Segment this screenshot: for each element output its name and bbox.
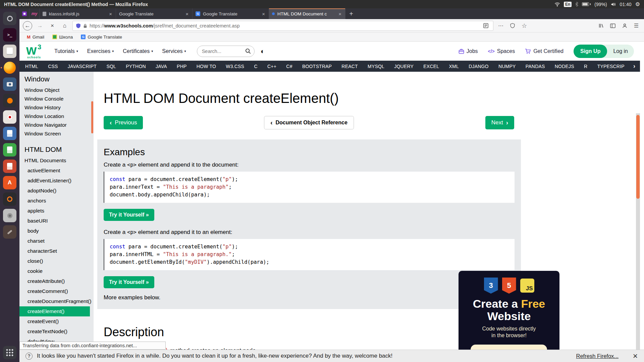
nav-link[interactable]: HTML (25, 64, 38, 69)
sidebar-item[interactable]: Window Location (19, 112, 94, 121)
sidebar-item[interactable]: close() (19, 256, 94, 266)
sidebar-item[interactable]: createTextNode() (19, 326, 94, 337)
wifi-icon[interactable] (554, 2, 560, 7)
bookmark-star-icon[interactable]: ☆ (520, 21, 529, 30)
try-it-yourself-button[interactable]: Try it Yourself » (104, 276, 154, 288)
disks-icon[interactable] (3, 209, 16, 222)
ubuntu-software-icon[interactable]: A (3, 176, 16, 189)
sidebar-toggle-icon[interactable] (608, 21, 617, 30)
menu-icon[interactable]: ☰ (632, 21, 641, 30)
page-scrollbar[interactable] (636, 113, 640, 362)
sidebar-item[interactable]: createAttribute() (19, 276, 94, 286)
battery-icon[interactable] (582, 2, 591, 6)
tab-close-icon[interactable]: × (261, 11, 266, 17)
nav-link[interactable]: TYPESCRIP (597, 64, 625, 69)
sign-up-button[interactable]: Sign Up (574, 45, 607, 58)
nav-link[interactable]: NUMPY (498, 64, 516, 69)
tab-google-translate-2[interactable]: G Google Translate × (193, 8, 269, 19)
text-editor-icon[interactable] (3, 45, 16, 58)
sidebar-item[interactable]: cookie (19, 266, 94, 276)
tab-close-icon[interactable]: × (185, 11, 189, 17)
forward-button[interactable]: → (35, 21, 45, 31)
spaces-link[interactable]: </> Spaces (488, 48, 515, 54)
nav-link[interactable]: R (584, 64, 587, 69)
sidebar-item[interactable]: baseURI (19, 216, 94, 226)
url-text[interactable]: https://www.w3schools.com/jsref/met_docu… (90, 23, 479, 28)
sidebar-scrollbar-thumb[interactable] (91, 101, 93, 133)
bluetooth-icon[interactable] (575, 2, 578, 7)
tab-w3schools-active[interactable]: HTML DOM Document c × (269, 8, 345, 19)
menu-certificates[interactable]: Certificates▾ (123, 48, 153, 54)
nav-link[interactable]: PHP (177, 64, 186, 69)
stop-button[interactable]: × (48, 21, 57, 31)
pinned-tab-purple[interactable] (19, 8, 30, 19)
search-icon[interactable] (245, 48, 251, 54)
sidebar-item[interactable]: addEventListener() (19, 176, 94, 186)
sidebar-item[interactable]: anchors (19, 196, 94, 206)
graphics-app-icon[interactable] (3, 192, 16, 206)
nav-link[interactable]: C# (286, 64, 292, 69)
photos-icon[interactable] (3, 94, 16, 107)
sidebar-item[interactable]: charset (19, 236, 94, 246)
sidebar-item[interactable]: createDocumentFragment() (19, 296, 94, 306)
sidebar-item[interactable]: adoptNode() (19, 186, 94, 196)
home-button[interactable]: ⌂ (60, 21, 69, 31)
nav-link[interactable]: DJANGO (469, 64, 489, 69)
volume-icon[interactable] (611, 2, 616, 7)
sidebar-item-active-createelement[interactable]: createElement() (19, 306, 90, 316)
nav-link[interactable]: SQL (106, 64, 116, 69)
site-search[interactable] (197, 46, 255, 57)
nav-link[interactable]: C++ (267, 64, 276, 69)
dark-mode-toggle-icon[interactable]: ◐ (261, 47, 265, 55)
keyboard-layout-badge[interactable]: En (564, 2, 572, 7)
spaces-ad-panel[interactable]: 3 5 JS Create a FreeWebsite Code website… (459, 271, 559, 350)
tab-close-icon[interactable]: × (108, 11, 113, 17)
search-input[interactable] (202, 49, 241, 54)
bookmark-gmail[interactable]: MGmail (27, 35, 44, 40)
sidebar-item[interactable]: createEvent() (19, 316, 94, 326)
nav-link[interactable]: HOW TO (197, 64, 216, 69)
libreoffice-impress-icon[interactable] (3, 160, 16, 173)
w3schools-logo[interactable]: w3 schools (26, 44, 45, 59)
nav-link[interactable]: MYSQL (368, 64, 384, 69)
account-icon[interactable] (620, 21, 629, 30)
sidebar-item[interactable]: Window Screen (19, 129, 94, 138)
reader-view-icon[interactable] (481, 21, 490, 30)
nav-scroll-right-icon[interactable]: › (631, 63, 637, 70)
tab-close-icon[interactable]: × (338, 11, 342, 17)
try-it-yourself-button[interactable]: Try it Yourself » (104, 209, 154, 221)
clock[interactable]: 01:40 (620, 2, 632, 7)
sidebar-item[interactable]: Window History (19, 103, 94, 112)
sidebar-item[interactable]: Window Console (19, 95, 94, 103)
pinned-tab-my[interactable]: my (30, 8, 40, 19)
nav-link[interactable]: JAVASCRIPT (68, 64, 97, 69)
nav-link[interactable]: PANDAS (526, 64, 545, 69)
sidebar-item[interactable]: Window Navigator (19, 121, 94, 129)
libreoffice-writer-icon[interactable] (3, 127, 16, 140)
nav-link[interactable]: JAVA (156, 64, 167, 69)
tab-google-translate-1[interactable]: Google Translate × (116, 8, 193, 19)
page-scrollbar-thumb[interactable] (636, 115, 640, 199)
sidebar-item[interactable]: body (19, 226, 94, 236)
nav-link[interactable]: EXCEL (423, 64, 439, 69)
menu-services[interactable]: Services▾ (162, 48, 186, 54)
sidebar-item-html-documents[interactable]: HTML Documents (19, 156, 94, 166)
nav-link[interactable]: BOOTSTRAP (302, 64, 332, 69)
library-icon[interactable] (597, 21, 605, 30)
menu-exercises[interactable]: Exercises▾ (87, 48, 114, 54)
system-tools-icon[interactable] (3, 225, 16, 239)
gear-icon[interactable]: ⚙ (635, 1, 640, 7)
show-applications-icon[interactable] (3, 346, 16, 359)
reference-overview-button[interactable]: ‹Document Object Reference (264, 116, 354, 129)
previous-button[interactable]: ‹Previous (104, 116, 143, 129)
sidebar-item[interactable]: Window Object (19, 86, 94, 95)
nav-link[interactable]: PYTHON (126, 64, 146, 69)
jobs-link[interactable]: Jobs (459, 48, 478, 54)
nav-link[interactable]: C (254, 64, 257, 69)
videos-icon[interactable] (3, 77, 16, 91)
firefox-icon[interactable] (3, 61, 16, 74)
refresh-firefox-button[interactable]: Refresh Firefox... (576, 353, 619, 359)
pocket-shield-icon[interactable] (508, 21, 517, 30)
sidebar-item[interactable]: characterSet (19, 246, 94, 256)
dash-icon[interactable] (3, 12, 16, 25)
